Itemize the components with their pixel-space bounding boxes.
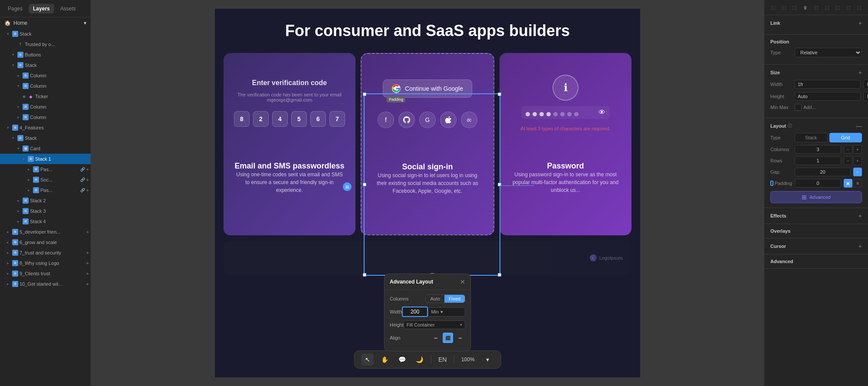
tree-item-soc[interactable]: ▸ ⊞ Soc... 🔗 +	[0, 175, 91, 185]
align-right-btn[interactable]: ⬚	[790, 3, 799, 12]
tab-assets[interactable]: Assets	[56, 4, 80, 13]
facebook-icon[interactable]: f	[378, 112, 394, 128]
padding-uniform-btn[interactable]: ▣	[844, 179, 852, 188]
page-canvas[interactable]: For consumer and SaaS apps builders Ente…	[215, 9, 640, 377]
columns-increment[interactable]: +	[853, 145, 862, 154]
add-btn[interactable]: +	[86, 250, 89, 255]
tree-item-stack3b[interactable]: ▸ ⊞ Stack 3	[0, 206, 91, 216]
tree-item-4features[interactable]: ▾ ⊞ 4_Features +	[0, 122, 91, 133]
columns-input[interactable]	[795, 145, 841, 154]
tree-item-trusted[interactable]: T Trusted by o...	[0, 39, 91, 49]
tree-item-6grow[interactable]: ▸ ⊞ 6_grow and scale	[0, 237, 91, 247]
align-left-btn[interactable]: ⬅	[431, 333, 441, 343]
tab-layers[interactable]: Layers	[29, 4, 54, 13]
align-middle-btn[interactable]: ⬚	[822, 3, 832, 12]
toggle-fixed[interactable]: Fixed	[444, 295, 465, 303]
tree-item-stack1[interactable]: ▾ ⊞ Stack 1	[0, 154, 91, 164]
gap-decrement[interactable]: −	[853, 168, 862, 176]
align-left-btn[interactable]: ⬚	[768, 3, 778, 12]
advanced-section[interactable]: Advanced	[764, 254, 868, 269]
overlays-section[interactable]: Overlays	[764, 224, 868, 238]
tree-item-stack2[interactable]: ▸ ⊞ Stack 2	[0, 195, 91, 206]
tree-item-5dev[interactable]: ▸ ⊞ 5_developer frien... +	[0, 227, 91, 237]
panel-close-btn[interactable]: ✕	[460, 278, 465, 285]
tree-item-col3[interactable]: ▸ ⊞ Column	[0, 102, 91, 112]
width-input[interactable]	[402, 307, 428, 317]
height-select[interactable]: Fill Container ▾	[404, 320, 465, 329]
padding-individual-btn[interactable]: ⊞	[853, 179, 862, 188]
link-icon[interactable]: 🔗	[80, 178, 85, 182]
align-center-btn[interactable]: ⬛	[443, 333, 453, 343]
stack-type-btn[interactable]: Stack	[795, 133, 828, 142]
link-add-btn[interactable]: +	[858, 20, 862, 26]
width-mode-select[interactable]: Fill	[863, 79, 868, 89]
tree-item-col1[interactable]: ▸ ⊞ Column	[0, 70, 91, 81]
zoom-display[interactable]: 100%	[460, 356, 477, 363]
comment-tool[interactable]: 💬	[396, 353, 408, 366]
advanced-layout-btn[interactable]: ⊞ Advanced	[770, 191, 862, 203]
tree-item-8why[interactable]: ▸ ⊞ 8_Why using Logo +	[0, 258, 91, 268]
align-top-btn[interactable]: ⬚	[811, 3, 821, 12]
add-sibling-btn[interactable]: +	[86, 167, 89, 172]
size-add-btn[interactable]: +	[858, 69, 862, 76]
link-icon[interactable]: 🔗	[80, 167, 85, 172]
add-btn[interactable]: +	[86, 271, 89, 276]
toggle-auto[interactable]: Auto	[426, 295, 444, 303]
height-input[interactable]	[795, 92, 861, 101]
github-icon[interactable]	[398, 112, 415, 128]
tree-item-9clients[interactable]: ▸ ⊞ 9_Clients trust +	[0, 268, 91, 279]
rows-decrement[interactable]: −	[844, 156, 852, 165]
tree-item-col2[interactable]: ▾ ⊞ Column	[0, 81, 91, 91]
tree-item-stack-1[interactable]: ▾ ⊞ Stack	[0, 29, 91, 39]
tree-item-pas1[interactable]: ▸ ⊞ Pas... 🔗 +	[0, 164, 91, 175]
cursor-add-btn[interactable]: +	[858, 243, 862, 250]
feature-card-1[interactable]: Enter verification code The verification…	[224, 53, 355, 235]
add-btn[interactable]: +	[86, 261, 89, 266]
layout-indicator[interactable]: ⊞	[343, 182, 352, 191]
distribute-h-btn[interactable]: ⬚	[844, 3, 853, 12]
tree-item-stack-2[interactable]: ▾ ⊞ Stack	[0, 60, 91, 70]
delete-btn[interactable]: 🗑	[801, 3, 810, 12]
columns-decrement[interactable]: −	[844, 145, 852, 154]
gap-input[interactable]	[795, 168, 851, 176]
add-sibling-btn[interactable]: +	[86, 188, 89, 193]
effects-add-btn[interactable]: +	[858, 212, 862, 219]
tree-item-ticker[interactable]: ◆ ◆ Ticker	[0, 91, 91, 102]
tree-item-pas2[interactable]: ▸ ⊞ Pas... 🔗 +	[0, 185, 91, 195]
add-btn[interactable]: +	[86, 281, 89, 287]
distribute-v-btn[interactable]: ⬚	[855, 3, 864, 12]
grid-type-btn[interactable]: Grid	[829, 133, 862, 142]
tree-item-stack3[interactable]: ▾ ⊞ Stack	[0, 133, 91, 143]
rows-increment[interactable]: +	[853, 156, 862, 165]
tree-item-10get[interactable]: ▸ ⊞ 10_Get started wit... +	[0, 279, 91, 289]
add-sibling-btn[interactable]: +	[86, 177, 89, 182]
google-button[interactable]: Continue with Google Padding	[383, 79, 472, 98]
tree-item-stack4[interactable]: ▸ ⊞ Stack 4	[0, 216, 91, 227]
feature-card-2[interactable]: Continue with Google Padding f G	[361, 53, 494, 235]
tree-item-card[interactable]: ▾ ▦ Card	[0, 143, 91, 154]
tree-item-7trust[interactable]: ▸ ⊞ 7_trust and security +	[0, 247, 91, 258]
hand-tool[interactable]: ✋	[379, 353, 391, 366]
tab-pages[interactable]: Pages	[3, 4, 27, 13]
rows-input[interactable]	[795, 156, 841, 165]
add-btn[interactable]: +	[86, 229, 89, 234]
language-btn[interactable]: EN	[437, 353, 449, 366]
home-row[interactable]: 🏠 Home ▾	[0, 17, 91, 29]
tree-item-col4[interactable]: ▸ ⊞ Column	[0, 112, 91, 122]
align-center-h-btn[interactable]: ⬚	[779, 3, 789, 12]
google-social-icon[interactable]: G	[419, 112, 436, 128]
effects-section[interactable]: Effects +	[764, 208, 868, 224]
width-input[interactable]	[795, 80, 861, 89]
tree-item-buttons[interactable]: ▾ ⊞ Buttons	[0, 49, 91, 60]
position-type-select[interactable]: Relative	[795, 48, 862, 57]
layout-collapse-btn[interactable]: —	[856, 122, 862, 129]
min-select[interactable]: Min ▾	[428, 307, 465, 317]
zoom-chevron[interactable]: ▾	[481, 353, 493, 366]
link-icon[interactable]: 🔗	[80, 188, 85, 192]
feature-card-3[interactable]: ℹ	[500, 53, 631, 235]
preview-tool[interactable]: 🌙	[414, 353, 426, 366]
padding-input[interactable]	[795, 179, 841, 188]
height-mode-select[interactable]: Fit	[863, 92, 868, 101]
align-right-btn[interactable]: ➡	[455, 333, 465, 343]
cursor-tool[interactable]: ↖	[362, 353, 374, 366]
